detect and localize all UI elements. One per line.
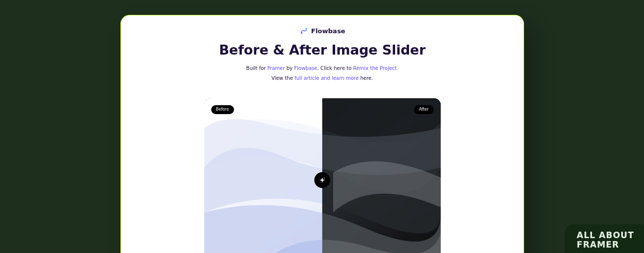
page-title: Before & After Image Slider [121,42,524,58]
text: View the [272,75,295,81]
after-badge: After [414,105,433,114]
content-card: Flowbase Before & After Image Slider Bui… [120,15,524,253]
svg-point-5 [320,182,320,183]
description-line-1: Built for Framer by Flowbase. Click here… [121,64,524,72]
after-image [322,98,441,253]
description-line-2: View the full article and learn more her… [121,74,524,82]
text: . Click here to [317,65,353,71]
text: by [285,65,294,71]
framer-link[interactable]: Framer [267,65,285,71]
text: Built for [246,65,268,71]
before-after-slider[interactable]: Before After [204,98,441,253]
text: here. [359,75,373,81]
remix-link[interactable]: Remix the Project. [353,65,398,71]
flowbase-link[interactable]: Flowbase [294,65,317,71]
sparkle-icon [319,177,326,184]
slider-handle[interactable] [314,172,330,188]
brand-row: Flowbase [121,26,524,35]
before-badge: Before [211,105,234,114]
logo-line-1: ALL ABOUT [577,231,634,240]
brand-name: Flowbase [311,27,346,35]
logo-line-2: FRAMER [577,241,634,249]
svg-point-0 [300,32,302,34]
svg-point-4 [324,178,325,179]
before-image [204,98,323,253]
article-link[interactable]: full article and learn more [294,75,359,81]
svg-point-1 [305,28,306,29]
site-logo-badge[interactable]: ALL ABOUT FRAMER [565,224,644,253]
flowbase-logo-icon [299,26,308,35]
